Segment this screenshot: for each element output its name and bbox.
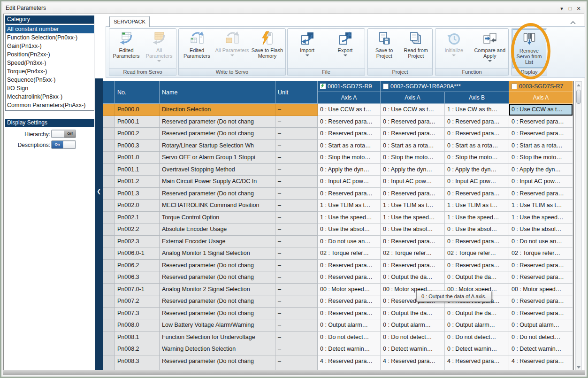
param-value-cell[interactable]: 0 : Output alarm… (318, 319, 381, 332)
param-value-cell[interactable]: 0 : Output the da… (381, 271, 445, 284)
row-selector[interactable] (103, 295, 115, 308)
row-selector[interactable] (103, 343, 115, 355)
param-value-cell[interactable]: 0 : Use CCW as t… (318, 104, 381, 116)
param-value-cell[interactable]: 0 : Reserved para… (381, 188, 445, 200)
param-value-cell[interactable]: 0 : Reserved para… (445, 116, 509, 128)
param-value-cell[interactable]: 0 : Stop the moto… (318, 152, 381, 164)
import-button[interactable]: Import (288, 29, 326, 68)
param-value-cell[interactable]: 1 : Use the speed… (509, 212, 573, 224)
param-value-cell[interactable]: 0 : Start as a rota… (318, 140, 381, 152)
vertical-scrollbar[interactable] (575, 81, 582, 371)
param-value-cell[interactable]: 0 : Reserved para… (445, 188, 509, 200)
descriptions-toggle[interactable]: On (51, 140, 76, 149)
compare-and-apply-button[interactable]: Compare and Apply (472, 29, 508, 68)
param-value-cell[interactable]: 0 : Do not use an… (509, 236, 573, 248)
row-selector[interactable] (103, 200, 115, 212)
param-value-cell[interactable]: 0 : Detect warnin… (381, 343, 445, 355)
param-value-cell[interactable]: 1 : Use the speed… (381, 212, 445, 224)
edited-parameters-button[interactable]: Edited Parameters (179, 29, 214, 68)
param-value-cell[interactable]: 0 : Stop the moto… (445, 152, 509, 164)
row-selector[interactable] (103, 247, 115, 260)
param-value-cell[interactable]: 1 : Use TLIM as t… (445, 200, 509, 212)
param-value-cell[interactable]: 0 : Reserved para… (509, 260, 573, 272)
servo-checkbox[interactable] (383, 84, 389, 89)
param-value-cell[interactable]: 0 : Detect warnin… (509, 343, 573, 355)
row-selector[interactable] (103, 355, 115, 368)
row-selector[interactable] (103, 308, 115, 320)
sidebar-item-position-pn2xx[interactable]: Position(Pn2xx-) (6, 50, 94, 59)
row-selector[interactable] (103, 260, 115, 272)
param-value-cell[interactable]: 02 : Torque refer… (509, 247, 573, 260)
hierarchy-toggle[interactable]: Off (51, 130, 76, 138)
servo-header-0002-sgd7w-1r6a20a[interactable]: 0002-SGD7W-1R6A20A*** (381, 81, 509, 92)
param-value-cell[interactable]: 0 : Detect warnin… (318, 343, 381, 355)
param-value-cell[interactable]: 0 : Use the absol… (318, 224, 381, 236)
param-value-cell[interactable]: 0 : Reserved para… (381, 128, 445, 140)
row-selector[interactable] (103, 332, 115, 344)
servo-header-0003-sgd7s-r7[interactable]: 0003-SGD7S-R7 (509, 81, 573, 92)
param-value-cell[interactable]: 0 : Input AC pow… (318, 176, 381, 188)
tab-servopack[interactable]: SERVOPACK (109, 16, 150, 27)
save-to-flash-memory-button[interactable]: Save to Flash Memory (250, 29, 285, 68)
param-value-cell[interactable]: 02 : Torque refer… (381, 247, 445, 260)
row-selector[interactable] (103, 176, 115, 188)
param-value-cell[interactable]: 00 : Motor speed… (318, 284, 381, 296)
sidebar-item-sequence-pn5xx[interactable]: Sequence(Pn5xx-) (6, 76, 94, 84)
param-value-cell[interactable]: 0 : Reserved para… (509, 308, 573, 320)
param-value-cell[interactable]: 0 : Reserved para… (445, 236, 509, 248)
export-button[interactable]: Export (326, 29, 364, 68)
param-value-cell[interactable]: 0 : Start as a rota… (509, 140, 573, 152)
param-value-cell[interactable]: 4 : Reserved para… (381, 355, 445, 368)
param-value-cell[interactable]: 0 : Reserved para… (509, 295, 573, 308)
row-selector[interactable] (103, 284, 115, 296)
maximize-icon[interactable]: □ (566, 5, 574, 12)
param-value-cell[interactable]: 0 : Reserved para… (381, 116, 445, 128)
sidebar-item-i-o-sign[interactable]: I/O Sign (6, 84, 94, 93)
save-to-project-button[interactable]: Save to Project (368, 29, 400, 68)
param-value-cell[interactable]: 0 : Apply the dyn… (318, 164, 381, 176)
param-value-cell[interactable]: 0 : Reserved para… (318, 271, 381, 284)
param-value-cell[interactable]: 0 : Use the absol… (509, 224, 573, 236)
param-value-cell[interactable]: 0 : Input AC pow… (509, 176, 573, 188)
param-value-cell[interactable]: 0 : Stop the moto… (509, 152, 573, 164)
sidebar-item-common-parameters-pnaxx[interactable]: Common Parameters(PnAxx-) (6, 101, 94, 109)
param-value-cell[interactable]: 0 : Reserved para… (509, 188, 573, 200)
param-value-cell[interactable]: 0 : Reserved para… (509, 128, 573, 140)
ribbon-collapse-icon[interactable] (569, 19, 577, 25)
param-value-cell[interactable]: 0 : Output alarm… (509, 319, 573, 332)
param-value-cell[interactable]: 0 : Output alarm… (381, 319, 445, 332)
param-value-cell[interactable]: 4 : Reserved para… (318, 355, 381, 368)
sidebar-item-all-constant-number[interactable]: All constant number (6, 25, 94, 33)
param-value-cell[interactable]: 1 : Use TLIM as t… (509, 200, 573, 212)
row-selector[interactable] (103, 140, 115, 152)
param-value-cell[interactable]: 00 : Motor speed… (509, 284, 573, 296)
param-value-cell[interactable]: 0 : Detect warnin… (445, 343, 509, 355)
row-selector[interactable] (103, 271, 115, 284)
param-value-cell[interactable]: 0 : Reserved para… (318, 308, 381, 320)
param-value-cell[interactable]: 02 : Torque refer… (445, 247, 509, 260)
axis-header-0002-sgd7w-1r6a20a-axis-a[interactable]: Axis A (381, 92, 445, 104)
param-value-cell[interactable]: 0 : Reserved para… (318, 128, 381, 140)
row-selector[interactable] (103, 224, 115, 236)
remove-servo-from-list-button[interactable]: Remove Servo from List (512, 29, 546, 68)
sidebar-item-speed-pn3xx[interactable]: Speed(Pn3xx-) (6, 59, 94, 67)
param-value-cell[interactable]: 0 : Do not detect… (381, 332, 445, 344)
param-value-cell[interactable]: 1 : Use TLIM as t… (381, 200, 445, 212)
param-value-cell[interactable]: 0 : Reserved para… (509, 271, 573, 284)
param-value-cell[interactable]: 1 : Use CW as th… (445, 104, 509, 116)
param-value-cell[interactable]: 0 : Reserved para… (445, 260, 509, 272)
param-value-cell[interactable]: 0 : Reserved para… (445, 128, 509, 140)
axis-header-0003-sgd7s-r7-axis-a[interactable]: Axis A (509, 92, 573, 104)
scroll-up-icon[interactable] (576, 82, 581, 89)
sidebar-item-gain-pn1xx[interactable]: Gain(Pn1xx-) (6, 42, 94, 50)
window-menu-icon[interactable]: ▾ (558, 5, 565, 12)
param-value-cell[interactable]: 0 : Start as a rota… (381, 140, 445, 152)
row-selector[interactable] (103, 152, 115, 164)
param-value-cell[interactable]: 0 : Output alarm… (445, 319, 509, 332)
param-value-cell[interactable]: 0 : Apply the dyn… (381, 164, 445, 176)
param-value-cell[interactable]: 0 : Use CCW as t… (509, 104, 573, 116)
row-selector[interactable] (103, 212, 115, 224)
param-value-cell[interactable]: 0 : Use CCW as t… (381, 104, 445, 116)
row-selector[interactable] (103, 128, 115, 140)
param-value-cell[interactable]: 0 : Apply the dyn… (445, 164, 509, 176)
